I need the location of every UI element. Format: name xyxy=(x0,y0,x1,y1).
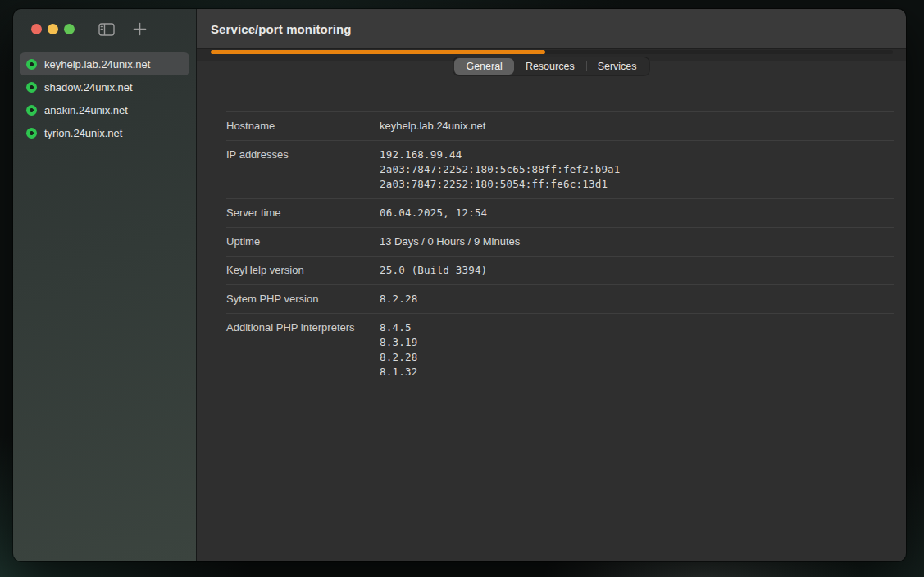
tab-resources[interactable]: Resources xyxy=(514,58,586,75)
detail-value: 8.2.28 xyxy=(380,350,417,365)
detail-value: 25.0 (Build 3394) xyxy=(380,263,487,278)
detail-label: KeyHelp version xyxy=(226,263,380,278)
detail-values: 8.4.58.3.198.2.288.1.32 xyxy=(380,320,417,379)
tab-services[interactable]: Services xyxy=(586,58,649,75)
server-list: keyhelp.lab.24unix.net shadow.24unix.net… xyxy=(13,49,196,144)
status-online-icon xyxy=(26,128,37,139)
detail-value: 192.168.99.44 xyxy=(380,148,621,162)
status-online-icon xyxy=(26,105,37,116)
detail-value: 06.04.2025, 12:54 xyxy=(380,206,487,220)
detail-values: 25.0 (Build 3394) xyxy=(380,263,487,278)
app-window: keyhelp.lab.24unix.net shadow.24unix.net… xyxy=(13,9,906,561)
detail-values: 13 Days / 0 Hours / 9 Minutes xyxy=(380,234,520,249)
server-name: keyhelp.lab.24unix.net xyxy=(44,58,150,70)
detail-label: Uptime xyxy=(226,234,380,249)
detail-values: 06.04.2025, 12:54 xyxy=(380,206,487,220)
detail-values: 192.168.99.442a03:7847:2252:180:5c65:88f… xyxy=(380,148,621,192)
detail-value: 13 Days / 0 Hours / 9 Minutes xyxy=(380,234,520,249)
detail-label: Sytem PHP version xyxy=(226,292,380,307)
main-panel: Service/port monitoring General Resource… xyxy=(197,9,906,561)
detail-values: 8.2.28 xyxy=(380,292,417,307)
sidebar: keyhelp.lab.24unix.net shadow.24unix.net… xyxy=(13,9,197,561)
detail-value: 2a03:7847:2252:180:5c65:88ff:fef2:b9a1 xyxy=(380,162,621,177)
server-name: anakin.24unix.net xyxy=(44,104,128,116)
detail-label: Server time xyxy=(226,206,380,220)
detail-row: Additional PHP interpreters 8.4.58.3.198… xyxy=(226,313,894,386)
progress-bar xyxy=(211,50,893,54)
detail-row: IP addresses 192.168.99.442a03:7847:2252… xyxy=(226,140,894,198)
sidebar-item-server[interactable]: shadow.24unix.net xyxy=(20,75,189,98)
tab-bar: General Resources Services xyxy=(197,57,906,75)
server-name: shadow.24unix.net xyxy=(44,81,133,93)
detail-value: keyhelp.lab.24unix.net xyxy=(380,119,485,134)
content-area: General Resources Services Hostname keyh… xyxy=(197,61,906,561)
sidebar-item-server[interactable]: keyhelp.lab.24unix.net xyxy=(20,52,189,75)
zoom-button[interactable] xyxy=(64,24,75,34)
detail-value: 2a03:7847:2252:180:5054:ff:fe6c:13d1 xyxy=(380,177,621,192)
detail-label: Hostname xyxy=(226,119,380,134)
detail-label: Additional PHP interpreters xyxy=(226,320,380,379)
page-title: Service/port monitoring xyxy=(211,22,352,36)
server-name: tyrion.24unix.net xyxy=(44,127,122,139)
detail-value: 8.1.32 xyxy=(380,365,417,379)
status-online-icon xyxy=(26,59,37,70)
detail-value: 8.2.28 xyxy=(380,292,417,307)
detail-value: 8.4.5 xyxy=(380,320,417,335)
tab-segmented-control: General Resources Services xyxy=(453,57,649,75)
detail-row: Uptime 13 Days / 0 Hours / 9 Minutes xyxy=(226,227,894,256)
sidebar-item-server[interactable]: anakin.24unix.net xyxy=(20,98,189,121)
detail-row: Server time 06.04.2025, 12:54 xyxy=(226,198,894,227)
add-server-icon[interactable] xyxy=(130,21,148,38)
detail-row: Hostname keyhelp.lab.24unix.net xyxy=(226,111,894,140)
window-controls xyxy=(31,24,75,34)
main-titlebar: Service/port monitoring xyxy=(197,9,906,49)
sidebar-toolbar xyxy=(98,21,148,38)
detail-row: Sytem PHP version 8.2.28 xyxy=(226,284,894,313)
detail-label: IP addresses xyxy=(226,148,380,192)
minimize-button[interactable] xyxy=(48,24,58,34)
sidebar-toggle-icon[interactable] xyxy=(98,21,116,38)
detail-values: keyhelp.lab.24unix.net xyxy=(380,119,485,134)
details-table: Hostname keyhelp.lab.24unix.net IP addre… xyxy=(226,111,894,386)
sidebar-item-server[interactable]: tyrion.24unix.net xyxy=(20,121,189,144)
close-button[interactable] xyxy=(31,24,42,34)
detail-row: KeyHelp version 25.0 (Build 3394) xyxy=(226,256,894,284)
detail-value: 8.3.19 xyxy=(380,335,417,350)
status-online-icon xyxy=(26,82,37,93)
progress-bar-fill xyxy=(211,50,545,54)
sidebar-titlebar xyxy=(13,9,196,49)
tab-general[interactable]: General xyxy=(454,58,513,75)
